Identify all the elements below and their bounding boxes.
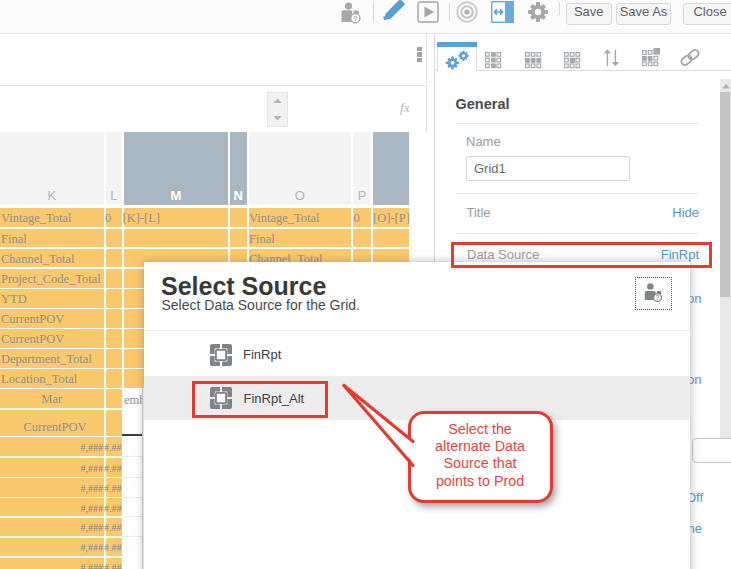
- svg-text:?: ?: [353, 15, 357, 22]
- svg-text:?: ?: [656, 294, 660, 301]
